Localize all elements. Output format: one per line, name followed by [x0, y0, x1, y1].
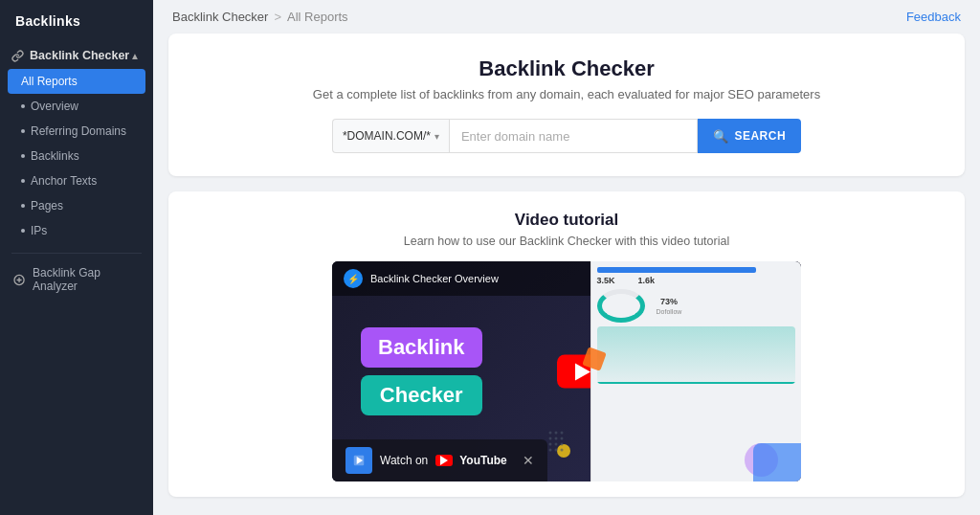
checker-badge: Checker: [361, 375, 482, 415]
caret-icon: ▾: [434, 131, 439, 142]
svg-point-8: [560, 437, 563, 440]
dot-icon: [21, 129, 25, 133]
search-card-subtitle: Get a complete list of backlinks from an…: [191, 87, 942, 101]
sidebar-item-label: Overview: [31, 100, 78, 113]
sidebar-item-overview[interactable]: Overview: [0, 94, 153, 119]
search-icon: 🔍: [713, 129, 729, 144]
svg-point-6: [548, 437, 551, 440]
search-card-title: Backlink Checker: [191, 56, 942, 81]
sidebar-item-all-reports[interactable]: All Reports: [8, 69, 145, 94]
sidebar-item-label: All Reports: [21, 75, 78, 88]
domain-input[interactable]: [449, 119, 698, 153]
sidebar-divider: [11, 253, 142, 254]
close-banner-button[interactable]: ✕: [523, 453, 534, 468]
topbar: Backlink Checker > All Reports Feedback: [153, 0, 980, 34]
sidebar-item-label: Anchor Texts: [31, 174, 97, 188]
watch-on-label: Watch on: [380, 454, 428, 467]
svg-point-5: [560, 432, 563, 435]
domain-select[interactable]: *DOMAIN.COM/* ▾: [332, 119, 449, 153]
video-card: Video tutorial Learn how to use our Back…: [168, 191, 965, 497]
backlink-checker-label: Backlink Checker: [30, 49, 129, 62]
app-title: Backlinks: [0, 0, 153, 38]
sidebar-item-ips[interactable]: IPs: [0, 218, 153, 243]
channel-icon: ⚡: [344, 269, 363, 288]
feedback-button[interactable]: Feedback: [906, 10, 961, 24]
video-container[interactable]: ⚡ Backlink Checker Overview 🕐 Watch late…: [332, 261, 801, 481]
sidebar-item-label: Backlinks: [31, 149, 79, 163]
youtube-logo: YouTube: [435, 454, 507, 467]
svg-point-4: [554, 432, 557, 435]
youtube-label: YouTube: [459, 454, 507, 467]
search-button[interactable]: 🔍 SEARCH: [698, 119, 801, 153]
search-row: *DOMAIN.COM/* ▾ 🔍 SEARCH: [191, 119, 942, 153]
breadcrumb-parent[interactable]: Backlink Checker: [172, 10, 268, 24]
backlink-checker-nav[interactable]: Backlink Checker ▲: [0, 42, 153, 69]
svg-point-10: [554, 443, 557, 446]
backlink-badge: Backlink: [361, 327, 482, 368]
domain-select-label: *DOMAIN.COM/*: [343, 129, 431, 143]
sidebar-item-label: IPs: [31, 224, 47, 237]
dot-icon: [21, 229, 25, 233]
gap-analyzer-label: Backlink Gap Analyzer: [33, 266, 140, 293]
svg-point-7: [554, 437, 557, 440]
watch-banner: Watch on YouTube ✕: [332, 439, 547, 481]
video-title: Video tutorial: [191, 211, 942, 230]
video-topbar-title: Backlink Checker Overview: [370, 273, 499, 284]
breadcrumb-separator: >: [274, 10, 281, 24]
breadcrumb-current: All Reports: [287, 10, 348, 24]
gap-icon: [13, 274, 25, 286]
video-topbar-left: ⚡ Backlink Checker Overview: [344, 269, 499, 288]
main-content: Backlink Checker > All Reports Feedback …: [153, 0, 980, 515]
video-thumbnail: ⚡ Backlink Checker Overview 🕐 Watch late…: [332, 261, 801, 481]
deco-blue-shape: [753, 443, 801, 481]
sidebar-item-gap-analyzer[interactable]: Backlink Gap Analyzer: [0, 259, 153, 300]
sidebar-item-label: Pages: [31, 199, 63, 213]
search-card: Backlink Checker Get a complete list of …: [168, 34, 965, 176]
backlink-overlay: Backlink Checker: [361, 327, 482, 415]
breadcrumb: Backlink Checker > All Reports: [172, 10, 348, 24]
sidebar-item-backlinks[interactable]: Backlinks: [0, 144, 153, 168]
dot-icon: [21, 204, 25, 208]
dot-icon: [21, 179, 25, 183]
watch-icon: [345, 447, 372, 474]
svg-point-11: [560, 443, 563, 446]
link-icon: [11, 50, 24, 62]
svg-point-13: [554, 449, 557, 452]
sidebar: Backlinks Backlink Checker ▲ All Reports…: [0, 0, 153, 515]
sidebar-item-pages[interactable]: Pages: [0, 193, 153, 218]
svg-point-12: [548, 449, 551, 452]
sidebar-item-label: Referring Domains: [31, 124, 126, 138]
deco-dots: [547, 430, 576, 462]
svg-point-9: [548, 443, 551, 446]
backlink-checker-section: Backlink Checker ▲ All Reports Overview …: [0, 38, 153, 247]
chevron-icon: ▲: [130, 51, 140, 61]
svg-point-14: [560, 449, 563, 452]
svg-point-3: [548, 432, 551, 435]
sidebar-item-anchor-texts[interactable]: Anchor Texts: [0, 168, 153, 193]
sidebar-item-referring-domains[interactable]: Referring Domains: [0, 119, 153, 144]
dot-icon: [21, 104, 25, 108]
video-subtitle: Learn how to use our Backlink Checker wi…: [191, 235, 942, 248]
search-button-label: SEARCH: [734, 129, 786, 143]
dot-icon: [21, 154, 25, 158]
